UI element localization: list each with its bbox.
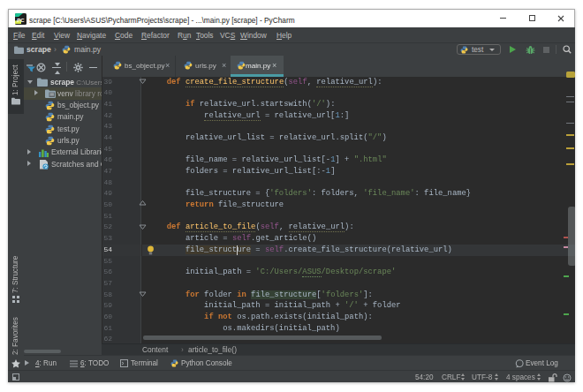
svg-text:PC: PC <box>17 18 25 23</box>
